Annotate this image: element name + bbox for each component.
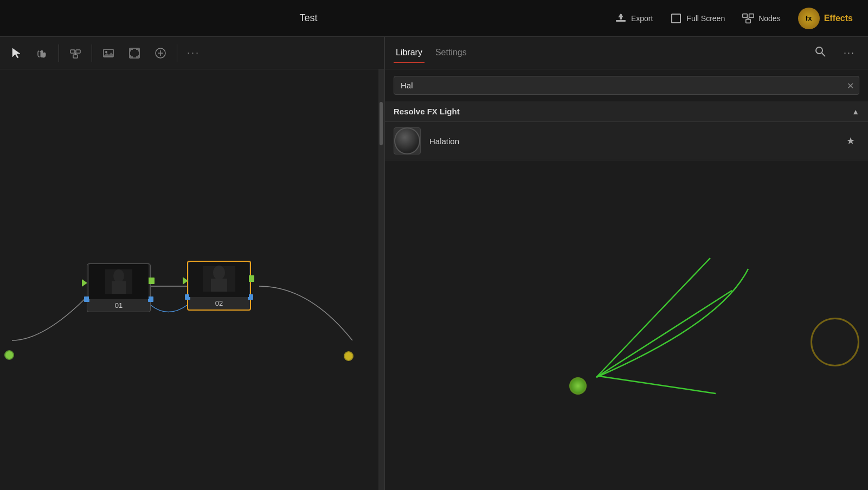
search-clear-button[interactable]: ✕ — [847, 80, 854, 91]
panel-search-button[interactable] — [810, 43, 831, 62]
more-tools-button[interactable]: ··· — [182, 41, 205, 65]
right-edge-dot — [344, 351, 353, 361]
svg-rect-0 — [616, 20, 626, 22]
node-editor-scrollbar[interactable] — [378, 69, 384, 490]
search-wrapper: ✕ — [394, 76, 859, 95]
effects-label: Effects — [824, 14, 853, 23]
toolbar-row: ··· Library Settings ··· — [0, 37, 868, 69]
svg-point-17 — [105, 51, 107, 53]
export-button[interactable]: Export — [608, 9, 659, 28]
svg-rect-6 — [746, 19, 750, 23]
halation-label: Halation — [429, 137, 842, 146]
svg-rect-3 — [672, 14, 680, 23]
svg-line-15 — [75, 53, 76, 55]
left-edge-dot — [4, 350, 14, 360]
settings-tab[interactable]: Settings — [433, 43, 469, 63]
node-01-input-arrow — [82, 279, 87, 287]
node-02-thumbnail — [189, 262, 249, 297]
fx-icon: fx — [798, 8, 820, 29]
svg-rect-28 — [89, 264, 149, 299]
search-input[interactable] — [394, 76, 859, 95]
halation-circle-icon — [394, 127, 420, 154]
cursor-tool-button[interactable] — [4, 41, 28, 65]
svg-point-22 — [816, 47, 822, 54]
node-editor[interactable]: 01 — [0, 69, 385, 490]
hand-tool-button[interactable] — [30, 41, 54, 65]
svg-line-34 — [596, 258, 710, 377]
toolbar-divider-2 — [92, 44, 92, 62]
main-content: 01 — [0, 69, 868, 490]
fullscreen-icon — [670, 12, 682, 24]
search-container: ✕ — [385, 69, 868, 101]
node-01-thumbnail — [89, 264, 149, 299]
node-02-input-arrow — [183, 277, 188, 285]
panel-more-button[interactable]: ··· — [839, 45, 859, 61]
expand-tool-button[interactable] — [123, 41, 146, 65]
nodes-button[interactable]: Nodes — [736, 9, 787, 28]
halation-item[interactable]: Halation ★ — [385, 122, 868, 160]
fullscreen-button[interactable]: Full Screen — [664, 9, 731, 28]
right-panel-header: Library Settings ··· — [385, 37, 868, 69]
svg-line-23 — [822, 53, 825, 56]
svg-marker-2 — [618, 14, 623, 17]
page-title: Test — [9, 12, 608, 24]
fx-category-title: Resolve FX Light — [394, 107, 460, 116]
fx-category-resolve-light[interactable]: Resolve FX Light ▲ — [385, 101, 868, 122]
halation-star-button[interactable]: ★ — [842, 133, 859, 149]
fullscreen-label: Full Screen — [686, 14, 725, 23]
svg-line-35 — [596, 291, 732, 377]
nodes-icon — [742, 12, 754, 24]
halation-icon — [394, 127, 421, 154]
header-actions: Export Full Screen — [608, 4, 859, 33]
fx-category-chevron: ▲ — [852, 107, 859, 116]
image-tool-button[interactable] — [97, 41, 120, 65]
library-tab[interactable]: Library — [394, 43, 425, 63]
svg-line-36 — [599, 376, 716, 394]
svg-rect-13 — [73, 55, 78, 58]
svg-rect-5 — [749, 14, 754, 17]
svg-rect-4 — [743, 14, 747, 17]
scrollbar-thumb[interactable] — [380, 102, 383, 145]
add-tool-button[interactable] — [149, 41, 172, 65]
annotation-svg — [385, 160, 868, 490]
export-icon — [615, 12, 627, 24]
node-tool-button[interactable] — [63, 41, 87, 65]
node-02-label: 02 — [211, 297, 227, 310]
annotation-area — [385, 160, 868, 490]
export-label: Export — [631, 14, 653, 23]
svg-marker-9 — [12, 48, 20, 58]
node-01-green-output — [148, 278, 155, 284]
svg-rect-33 — [189, 262, 249, 297]
svg-rect-12 — [76, 50, 80, 53]
toolbar-divider-3 — [177, 44, 177, 62]
effects-button[interactable]: fx Effects — [792, 4, 859, 33]
node-01-label: 01 — [111, 299, 127, 312]
svg-rect-11 — [70, 50, 75, 53]
node-01-blue-output — [148, 296, 153, 302]
nodes-label: Nodes — [758, 14, 780, 23]
right-panel: ✕ Resolve FX Light ▲ Halation ★ — [385, 69, 868, 490]
toolbar-divider-1 — [59, 44, 59, 62]
header: Test Export Ful — [0, 0, 868, 37]
toolbar: ··· — [0, 37, 385, 69]
